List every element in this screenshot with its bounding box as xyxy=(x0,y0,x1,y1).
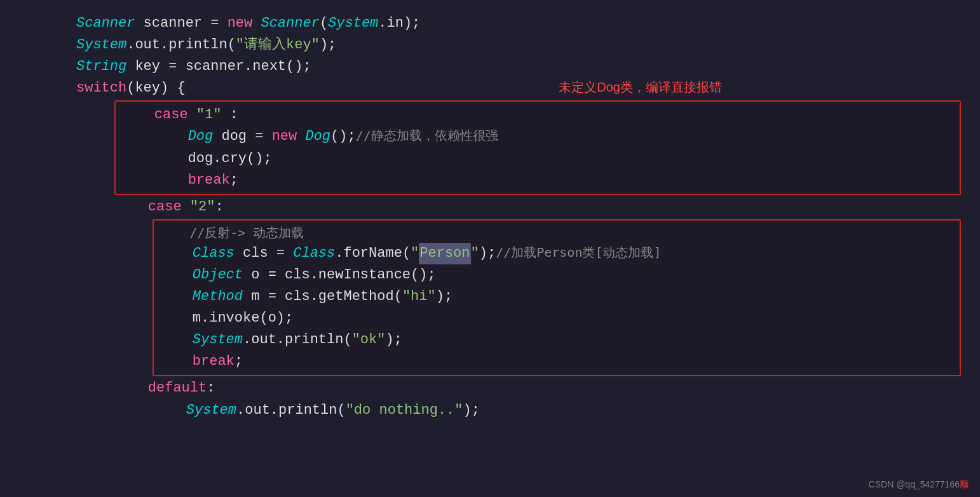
code-line: Method m = cls.getMethod( "hi" ); xyxy=(159,286,955,308)
keyword-case: case xyxy=(121,104,196,126)
code-text: in); xyxy=(387,13,421,34)
code-text xyxy=(121,170,188,191)
class-dog2: Dog xyxy=(305,126,330,147)
code-line: //反射-> 动态加载 xyxy=(159,223,955,243)
code-text: ); xyxy=(436,286,453,308)
class-system: System xyxy=(328,13,378,34)
comment-load-person: //加载Person类[动态加载] xyxy=(496,243,661,262)
code-text xyxy=(159,351,193,372)
string-person: " xyxy=(411,243,419,264)
keyword-default: default xyxy=(114,378,207,399)
code-line: switch (key) { xyxy=(76,78,961,99)
code-text: ); xyxy=(385,329,402,351)
code-text: (key) { xyxy=(126,78,185,99)
class-system4: System xyxy=(186,400,236,421)
code-line: Scanner scanner = new Scanner ( System .… xyxy=(76,13,961,34)
code-text: . xyxy=(378,13,386,34)
code-text: ( xyxy=(320,13,328,34)
class-system3: System xyxy=(193,329,243,351)
code-text xyxy=(159,329,193,351)
string-literal: "请输入key" xyxy=(236,34,320,56)
code-text: : xyxy=(207,378,215,399)
string-literal2: "2" xyxy=(190,196,215,218)
class-object: Object xyxy=(193,264,243,286)
watermark-suffix: 顺 xyxy=(960,479,969,489)
code-line: Dog dog = new Dog (); //静态加载，依赖性很强 xyxy=(121,126,955,147)
keyword-case2: case xyxy=(114,196,190,218)
code-text: .out.println( xyxy=(126,34,236,56)
case1-box: case "1" : Dog dog = new Dog (); //静态加载，… xyxy=(114,100,961,194)
class-system2: System xyxy=(76,34,126,56)
code-text: .out.println( xyxy=(236,400,346,421)
code-line: break ; xyxy=(159,351,955,372)
code-text: ; xyxy=(230,170,238,191)
code-text xyxy=(121,126,188,147)
code-text xyxy=(297,126,305,147)
code-text: .out.println( xyxy=(243,329,352,351)
class-dog: Dog xyxy=(188,126,214,147)
code-line: Object o = cls.newInstance(); xyxy=(159,264,955,286)
class-class: Class xyxy=(193,243,235,264)
code-line: case "1" : xyxy=(121,104,955,126)
class-method: Method xyxy=(193,286,243,308)
code-line: System .out.println( "do nothing.." ); xyxy=(153,400,961,421)
code-line: System .out.println( "请输入key" ); xyxy=(76,34,961,56)
string-person2: " xyxy=(471,243,479,264)
string-literal: "1" xyxy=(196,104,222,126)
code-text: m.invoke(o); xyxy=(159,308,293,329)
keyword-new: new xyxy=(228,13,253,34)
code-text: m = cls.getMethod( xyxy=(243,286,402,308)
code-text: scanner = xyxy=(135,13,227,34)
code-text: key = scanner.next(); xyxy=(126,56,311,78)
comment-static: //静态加载，依赖性很强 xyxy=(356,126,498,146)
code-text xyxy=(252,13,261,34)
keyword-switch: switch xyxy=(76,78,126,99)
code-text: ; xyxy=(235,351,243,372)
code-container: Scanner scanner = new Scanner ( System .… xyxy=(0,6,980,428)
code-text: : xyxy=(221,104,238,126)
case2-box: //反射-> 动态加载 Class cls = Class .forName( … xyxy=(153,219,961,377)
watermark: CSDN @qq_54277166顺 xyxy=(869,478,969,492)
keyword-scanner: Scanner xyxy=(76,13,135,34)
code-text: dog = xyxy=(213,126,271,147)
code-text xyxy=(159,286,193,308)
code-text: cls = xyxy=(235,243,293,264)
string-donothing: "do nothing.." xyxy=(346,400,463,421)
watermark-text: CSDN @qq_54277166 xyxy=(869,479,960,489)
code-line: Class cls = Class .forName( "Person" ); … xyxy=(159,243,955,264)
code-line: String key = scanner.next(); 未定义Dog类，编译直… xyxy=(76,56,961,78)
code-text: dog.cry(); xyxy=(121,148,272,170)
keyword-break2: break xyxy=(193,351,235,372)
class-class2: Class xyxy=(293,243,335,264)
comment-reflect: //反射-> 动态加载 xyxy=(159,223,304,243)
keyword-break: break xyxy=(188,170,230,191)
keyword-new2: new xyxy=(272,126,297,147)
code-text: .forName( xyxy=(335,243,411,264)
string-ok: "ok" xyxy=(352,329,386,351)
code-line: System .out.println( "ok" ); xyxy=(159,329,955,351)
string-hi: "hi" xyxy=(402,286,436,308)
code-text: (); xyxy=(330,126,356,147)
code-text: o = cls.newInstance(); xyxy=(243,264,436,286)
code-text xyxy=(159,264,193,286)
code-text xyxy=(153,400,186,421)
code-line: dog.cry(); xyxy=(121,148,955,170)
code-text: ); xyxy=(463,400,480,421)
class-scanner: Scanner xyxy=(261,13,319,34)
code-line: m.invoke(o); xyxy=(159,308,955,329)
string-person-hl: Person xyxy=(419,243,470,264)
code-text: : xyxy=(215,196,223,218)
code-text xyxy=(159,243,193,264)
code-line: break ; xyxy=(121,170,955,191)
code-text: ); xyxy=(320,34,336,56)
code-line: case "2" : xyxy=(114,196,961,218)
class-string: String xyxy=(76,56,126,78)
code-line: default : xyxy=(114,378,961,399)
code-text: ); xyxy=(479,243,496,264)
